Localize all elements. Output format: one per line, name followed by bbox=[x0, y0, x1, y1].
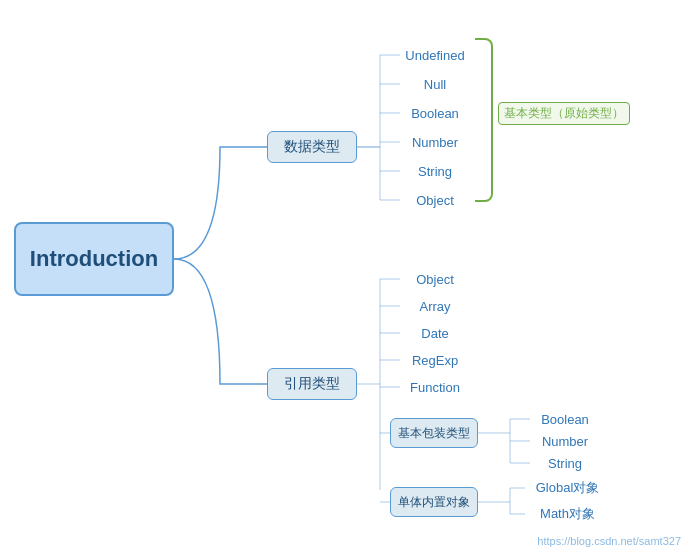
leaf-wrapper-number: Number bbox=[530, 430, 600, 452]
mid-node-data-type: 数据类型 bbox=[267, 131, 357, 163]
leaf-object: Object bbox=[400, 189, 470, 211]
leaf-boolean: Boolean bbox=[400, 102, 470, 124]
leaf-function: Function bbox=[400, 376, 470, 398]
leaf-undefined: Undefined bbox=[400, 44, 470, 66]
sub-mid-builtin-label: 单体内置对象 bbox=[398, 494, 470, 511]
leaf-regexp: RegExp bbox=[400, 349, 470, 371]
sub-mid-wrapper: 基本包装类型 bbox=[390, 418, 478, 448]
basic-type-label: 基本类型（原始类型） bbox=[498, 102, 630, 125]
leaf-math: Math对象 bbox=[525, 503, 610, 525]
leaf-global: Global对象 bbox=[525, 477, 610, 499]
leaf-wrapper-string: String bbox=[530, 452, 600, 474]
sub-mid-builtin: 单体内置对象 bbox=[390, 487, 478, 517]
leaf-wrapper-boolean: Boolean bbox=[530, 408, 600, 430]
sub-mid-wrapper-label: 基本包装类型 bbox=[398, 425, 470, 442]
root-label: Introduction bbox=[30, 246, 158, 272]
basic-type-bracket bbox=[475, 38, 493, 202]
mid-label-ref-type: 引用类型 bbox=[284, 375, 340, 393]
mid-label-data-type: 数据类型 bbox=[284, 138, 340, 156]
leaf-null: Null bbox=[400, 73, 470, 95]
leaf-ref-object: Object bbox=[400, 268, 470, 290]
leaf-number: Number bbox=[400, 131, 470, 153]
root-node: Introduction bbox=[14, 222, 174, 296]
mid-node-ref-type: 引用类型 bbox=[267, 368, 357, 400]
leaf-array: Array bbox=[400, 295, 470, 317]
leaf-date: Date bbox=[400, 322, 470, 344]
watermark: https://blog.csdn.net/samt327 bbox=[537, 535, 681, 547]
leaf-string: String bbox=[400, 160, 470, 182]
mind-map-canvas: Introduction 数据类型 引用类型 Undefined Null Bo… bbox=[0, 0, 689, 555]
